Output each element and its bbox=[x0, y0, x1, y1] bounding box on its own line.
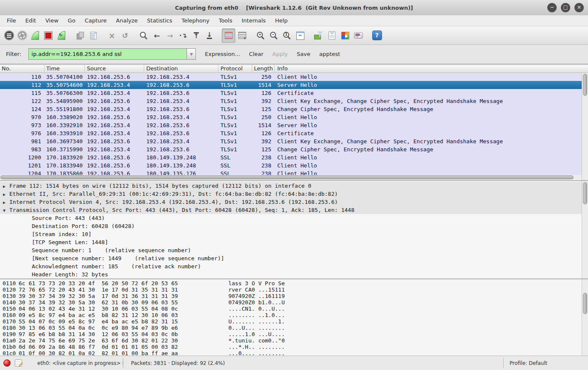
detail-row[interactable]: Header Length: 32 bytes bbox=[0, 270, 582, 278]
detail-row[interactable]: Acknowledgment number: 185 (relative ack… bbox=[0, 262, 582, 270]
save-file-button[interactable] bbox=[87, 29, 100, 42]
menu-item-file[interactable]: File bbox=[2, 15, 21, 26]
capture-filters-button[interactable] bbox=[312, 29, 325, 42]
packet-row[interactable]: 11535.50766300192.168.253.4192.168.253.6… bbox=[0, 89, 582, 97]
horizontal-scrollbar-thumb[interactable] bbox=[0, 175, 574, 179]
detail-row[interactable]: ▶Frame 112: 1514 bytes on wire (12112 bi… bbox=[0, 182, 582, 190]
reload-button[interactable]: ↺ bbox=[119, 29, 131, 42]
clear-button[interactable]: Clear bbox=[249, 51, 263, 57]
packet-row[interactable]: 12435.55191800192.168.253.4192.168.253.6… bbox=[0, 105, 582, 113]
find-packet-button[interactable] bbox=[137, 29, 150, 42]
detail-row[interactable]: [TCP Segment Len: 1448] bbox=[0, 238, 582, 246]
zoom-in-button[interactable]: + bbox=[254, 29, 267, 42]
column-header-source[interactable]: Source bbox=[85, 65, 144, 72]
preferences-button[interactable] bbox=[352, 29, 365, 42]
column-header-destination[interactable]: Destination bbox=[144, 65, 218, 72]
menu-item-analyze[interactable]: Analyze bbox=[111, 15, 142, 26]
hex-row[interactable]: 01b00d 06 09 2a 86 48 86 f7 0d 01 01 01 … bbox=[0, 344, 582, 350]
apply-button[interactable]: Apply bbox=[272, 51, 288, 57]
column-header-info[interactable]: Info bbox=[275, 65, 588, 72]
display-filters-button[interactable] bbox=[326, 29, 338, 42]
packet-row[interactable]: 973160.3392910192.168.253.4192.168.253.6… bbox=[0, 121, 582, 129]
hex-row[interactable]: 013039 30 37 34 39 32 30 5a 17 0d 31 36 … bbox=[0, 293, 582, 299]
capture-options-button[interactable] bbox=[16, 29, 28, 42]
hex-row[interactable]: 012072 76 65 72 20 43 41 30 1e 17 0d 31 … bbox=[0, 287, 582, 293]
start-capture-button[interactable] bbox=[29, 29, 42, 42]
stop-capture-button[interactable] bbox=[42, 29, 55, 42]
coloring-rules-button[interactable] bbox=[339, 29, 351, 42]
column-header-no[interactable]: No. bbox=[0, 65, 45, 72]
packet-list-vertical-scrollbar[interactable] bbox=[582, 73, 588, 180]
list-interfaces-button[interactable] bbox=[3, 29, 15, 42]
hex-row[interactable]: 017055 04 07 0c 09 e5 8c 97 e4 ba ac e5 … bbox=[0, 318, 582, 325]
go-back-button[interactable]: ← bbox=[150, 29, 163, 42]
hex-row[interactable]: 019097 85 e6 b8 b8 31 14 30 12 06 03 55 … bbox=[0, 331, 582, 337]
hex-vertical-scrollbar[interactable] bbox=[582, 279, 588, 356]
expander-expanded-icon[interactable]: ▼ bbox=[3, 206, 9, 214]
maximize-button[interactable]: □ bbox=[561, 3, 570, 12]
packet-list-horizontal-scrollbar[interactable] bbox=[0, 175, 582, 180]
column-header-length[interactable]: Length bbox=[252, 65, 275, 72]
zoom-out-button[interactable]: − bbox=[268, 29, 280, 42]
menu-item-edit[interactable]: Edit bbox=[21, 15, 41, 26]
help-button[interactable]: ? bbox=[371, 29, 383, 42]
hex-row[interactable]: 016009 e5 8c 97 e4 ba ac e5 b8 82 31 12 … bbox=[0, 312, 582, 318]
filter-dropdown-button[interactable]: ▼ bbox=[187, 48, 196, 60]
go-forward-button[interactable]: → bbox=[164, 29, 176, 42]
detail-row[interactable]: Sequence number: 1 (relative sequence nu… bbox=[0, 246, 582, 254]
close-file-button[interactable]: × bbox=[106, 29, 118, 42]
menu-item-statistics[interactable]: Statistics bbox=[142, 15, 177, 26]
expert-info-icon[interactable] bbox=[3, 359, 11, 367]
vertical-scrollbar-thumb[interactable] bbox=[583, 182, 587, 204]
capture-comment-icon[interactable] bbox=[15, 359, 22, 367]
detail-row[interactable]: ▶Internet Protocol Version 4, Src: 192.1… bbox=[0, 198, 582, 206]
detail-row[interactable]: ▼Transmission Control Protocol, Src Port… bbox=[0, 206, 582, 214]
colorize-packets-button[interactable] bbox=[222, 28, 235, 43]
go-to-packet-button[interactable]: ·↴ bbox=[177, 29, 189, 42]
packet-row[interactable]: 981160.3697340192.168.253.6192.168.253.4… bbox=[0, 137, 582, 145]
packet-row[interactable]: 1200170.1833920192.168.253.6180.149.139.… bbox=[0, 153, 582, 161]
profile-text[interactable]: Profile: Default bbox=[503, 358, 588, 368]
apptest-button[interactable]: apptest bbox=[319, 51, 340, 57]
open-file-button[interactable] bbox=[74, 29, 86, 42]
detail-row[interactable]: Source Port: 443 (443) bbox=[0, 214, 582, 222]
auto-scroll-button[interactable] bbox=[236, 29, 248, 42]
save-button[interactable]: Save bbox=[297, 51, 310, 57]
hex-row[interactable]: 015004 06 13 02 43 4e 31 12 30 10 06 03 … bbox=[0, 306, 582, 312]
zoom-100-button[interactable]: 1 bbox=[281, 29, 293, 42]
hex-row[interactable]: 01a02a 2e 74 75 6e 69 75 2e 63 6f 6d 30 … bbox=[0, 337, 582, 344]
detail-row[interactable]: Destination Port: 60428 (60428) bbox=[0, 222, 582, 230]
minimize-button[interactable]: − bbox=[547, 3, 557, 12]
resize-columns-button[interactable]: ↔ bbox=[294, 29, 307, 42]
hex-row[interactable]: 01106c 61 73 73 20 33 20 4f 56 20 50 72 … bbox=[0, 280, 582, 287]
packet-row[interactable]: 970160.3389020192.168.253.6192.168.253.4… bbox=[0, 113, 582, 121]
packet-row[interactable]: 11235.50754600192.168.253.4192.168.253.6… bbox=[0, 81, 582, 89]
packet-row[interactable]: 976160.3393910192.168.253.4192.168.253.6… bbox=[0, 129, 582, 137]
vertical-scrollbar-thumb[interactable] bbox=[583, 293, 587, 314]
menu-item-view[interactable]: View bbox=[41, 15, 63, 26]
close-button[interactable]: × bbox=[574, 3, 584, 12]
hex-row[interactable]: 014030 37 34 39 32 30 5a 30 62 31 0b 30 … bbox=[0, 299, 582, 306]
hex-row[interactable]: 01c001 0f 00 30 82 01 0a 02 82 01 01 00 … bbox=[0, 350, 582, 356]
hex-row[interactable]: 018030 13 06 03 55 04 0a 0c 0c e9 80 94 … bbox=[0, 325, 582, 331]
menu-item-tools[interactable]: Tools bbox=[214, 15, 237, 26]
menu-item-help[interactable]: Help bbox=[270, 15, 293, 26]
go-to-bottom-button[interactable]: ↓ bbox=[203, 29, 216, 42]
menu-item-go[interactable]: Go bbox=[63, 15, 80, 26]
expander-collapsed-icon[interactable]: ▶ bbox=[3, 198, 9, 206]
detail-row[interactable]: [Next sequence number: 1449 (relative se… bbox=[0, 254, 582, 262]
detail-row[interactable]: [Stream index: 10] bbox=[0, 230, 582, 238]
filter-input[interactable] bbox=[28, 48, 187, 60]
packet-row[interactable]: 1201170.1833940192.168.253.6180.149.139.… bbox=[0, 161, 582, 170]
details-vertical-scrollbar[interactable] bbox=[582, 181, 588, 278]
menu-item-capture[interactable]: Capture bbox=[80, 15, 111, 26]
column-header-time[interactable]: Time bbox=[45, 65, 85, 72]
detail-row[interactable]: ▶Ethernet II, Src: Parallel_69:29:31 (00… bbox=[0, 190, 582, 198]
expander-collapsed-icon[interactable]: ▶ bbox=[3, 182, 9, 190]
packet-row[interactable]: 11035.50704100192.168.253.6192.168.253.4… bbox=[0, 73, 582, 81]
column-header-protocol[interactable]: Protocol bbox=[218, 65, 252, 72]
menu-item-telephony[interactable]: Telephony bbox=[177, 15, 214, 26]
expander-collapsed-icon[interactable]: ▶ bbox=[3, 190, 9, 198]
vertical-scrollbar-thumb[interactable] bbox=[583, 74, 587, 96]
menu-item-internals[interactable]: Internals bbox=[237, 15, 270, 26]
